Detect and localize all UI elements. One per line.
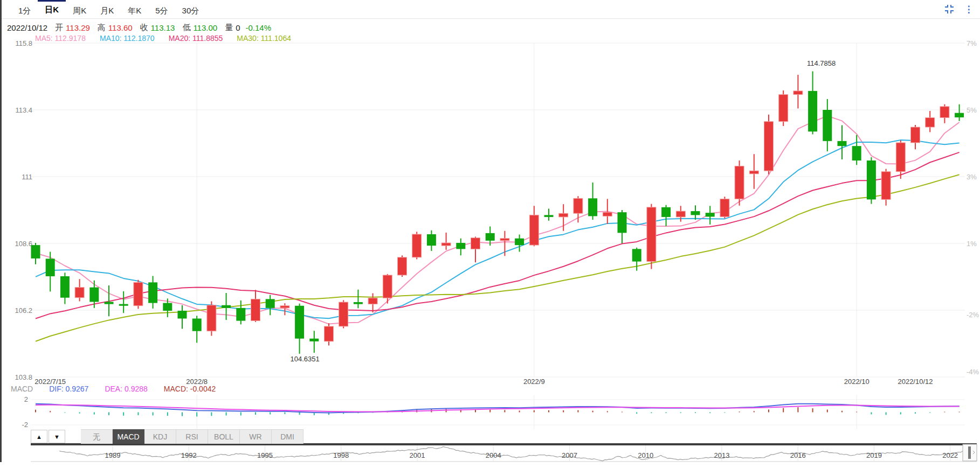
navigator-year-label: 1992 bbox=[181, 451, 197, 459]
candle-body bbox=[735, 166, 744, 199]
ma30-line bbox=[36, 174, 960, 341]
navigator-year-label: 1998 bbox=[333, 451, 349, 459]
macd-hist-bar bbox=[797, 407, 798, 412]
ma5-line bbox=[36, 116, 960, 324]
indicator-tab-MACD[interactable]: MACD bbox=[113, 429, 144, 444]
candle-body bbox=[691, 211, 700, 215]
candle-body bbox=[105, 302, 114, 304]
macd-hist-bar bbox=[812, 408, 813, 412]
navigator-year-label: 2019 bbox=[866, 451, 882, 459]
candle-body bbox=[749, 171, 758, 174]
macd-hist-bar bbox=[666, 413, 667, 414]
macd-hist-bar bbox=[856, 412, 857, 413]
macd-hist-bar bbox=[622, 412, 623, 413]
indicator-tab-无[interactable]: 无 bbox=[81, 429, 113, 444]
candle-body bbox=[647, 207, 656, 262]
macd-hist-bar bbox=[534, 410, 535, 413]
macd-hist-bar bbox=[871, 413, 872, 415]
candle-body bbox=[441, 243, 451, 246]
candle-body bbox=[163, 303, 172, 311]
y-axis-left-label: 106.2 bbox=[15, 306, 32, 315]
macd-hist-bar bbox=[607, 411, 608, 412]
candle-body bbox=[383, 275, 392, 298]
kline-app-window: 1分日K周K月K年K5分30分 ⋮ 2022/10/12 开 113.29 高 … bbox=[0, 0, 980, 475]
x-axis-tick-label: 2022/10/12 bbox=[898, 378, 933, 386]
candle-body bbox=[75, 288, 84, 298]
macd-hist-bar bbox=[240, 413, 241, 416]
candle-body bbox=[295, 306, 304, 339]
y-axis-right-label: 1% bbox=[967, 240, 977, 248]
navigator-year-label: 2016 bbox=[790, 451, 806, 459]
macd-hist-bar bbox=[724, 413, 725, 413]
navigator-layer[interactable]: 1989199219951998200120042007201020132016… bbox=[31, 443, 977, 462]
candle-body bbox=[325, 326, 334, 341]
indicator-up-button[interactable]: ▲ bbox=[31, 430, 47, 443]
macd-hist-bar bbox=[182, 413, 183, 416]
candles-layer[interactable] bbox=[31, 71, 964, 353]
candle-body bbox=[222, 305, 231, 308]
indicator-tab-BOLL[interactable]: BOLL bbox=[208, 429, 240, 444]
candle-body bbox=[368, 298, 377, 304]
macd-hist-bar bbox=[167, 413, 168, 416]
macd-hist-bar bbox=[284, 413, 285, 414]
macd-hist-bar bbox=[108, 413, 109, 415]
candle-body bbox=[398, 257, 407, 275]
macd-hist-bar bbox=[64, 413, 65, 413]
indicator-tab-DMI[interactable]: DMI bbox=[272, 429, 303, 444]
candle-body bbox=[280, 306, 289, 308]
candle-body bbox=[148, 282, 157, 303]
macd-title: MACD bbox=[11, 385, 33, 394]
indicator-bar: ▲▼无MACDKDJRSIBOLLWRDMI bbox=[0, 429, 980, 444]
ma20-line bbox=[36, 152, 960, 319]
candle-body bbox=[926, 117, 935, 127]
macd-dea-line bbox=[36, 405, 960, 412]
candle-body bbox=[192, 319, 202, 331]
ma-lines-layer bbox=[36, 116, 960, 341]
x-axis-tick-label: 2022/9 bbox=[523, 378, 545, 386]
indicator-tab-KDJ[interactable]: KDJ bbox=[144, 429, 176, 444]
candle-body bbox=[955, 113, 964, 117]
candle-body bbox=[559, 213, 568, 217]
candle-body bbox=[529, 215, 539, 245]
macd-hist-bar bbox=[768, 409, 769, 412]
chart-canvas[interactable]: 115.8113.4111108.6106.2103.87%5%3%1%-2%-… bbox=[0, 0, 980, 475]
macd-hist-bar bbox=[123, 413, 124, 416]
navigator-slider-handle[interactable] bbox=[963, 444, 977, 461]
candle-body bbox=[500, 239, 509, 241]
indicator-down-button[interactable]: ▼ bbox=[49, 430, 65, 443]
macd-hist-bar bbox=[196, 413, 197, 417]
macd-hist-bar bbox=[519, 410, 520, 412]
y-axis-left-label: 108.6 bbox=[15, 240, 32, 248]
y-axis-right-label: -4% bbox=[967, 368, 979, 376]
macd-header-macd: MACD: -0.0042 bbox=[164, 385, 216, 394]
candle-body bbox=[661, 207, 671, 217]
y-axis-right-label: 5% bbox=[967, 106, 977, 114]
macd-header-dif: DIF: 0.9267 bbox=[49, 385, 88, 394]
macd-pane-layer: 2-2 bbox=[22, 395, 965, 429]
candle-body bbox=[354, 302, 363, 304]
candle-body bbox=[515, 239, 524, 245]
macd-hist-bar bbox=[959, 412, 960, 413]
candle-body bbox=[412, 234, 422, 257]
navigator-year-label: 2007 bbox=[562, 451, 577, 459]
macd-hist-bar bbox=[929, 413, 930, 413]
candle-body bbox=[720, 199, 729, 216]
indicator-tab-RSI[interactable]: RSI bbox=[176, 429, 208, 444]
candle-body bbox=[544, 215, 554, 217]
y-axis-right-label: 7% bbox=[967, 39, 977, 47]
candle-body bbox=[31, 245, 40, 259]
macd-hist-bar bbox=[739, 411, 740, 412]
macd-hist-bar bbox=[900, 413, 901, 415]
candle-body bbox=[588, 198, 597, 216]
macd-hist-bar bbox=[563, 410, 564, 413]
indicator-tab-WR[interactable]: WR bbox=[240, 429, 272, 444]
candle-body bbox=[266, 299, 275, 308]
y-axis-left-label: 111 bbox=[22, 173, 32, 181]
navigator-year-label: 2013 bbox=[714, 451, 729, 459]
candle-body bbox=[309, 339, 319, 341]
macd-hist-bar bbox=[680, 413, 681, 413]
macd-hist-bar bbox=[50, 411, 51, 412]
candle-body bbox=[339, 302, 348, 326]
x-axis-tick-label: 2022/10 bbox=[844, 378, 869, 386]
candle-body bbox=[896, 143, 905, 172]
